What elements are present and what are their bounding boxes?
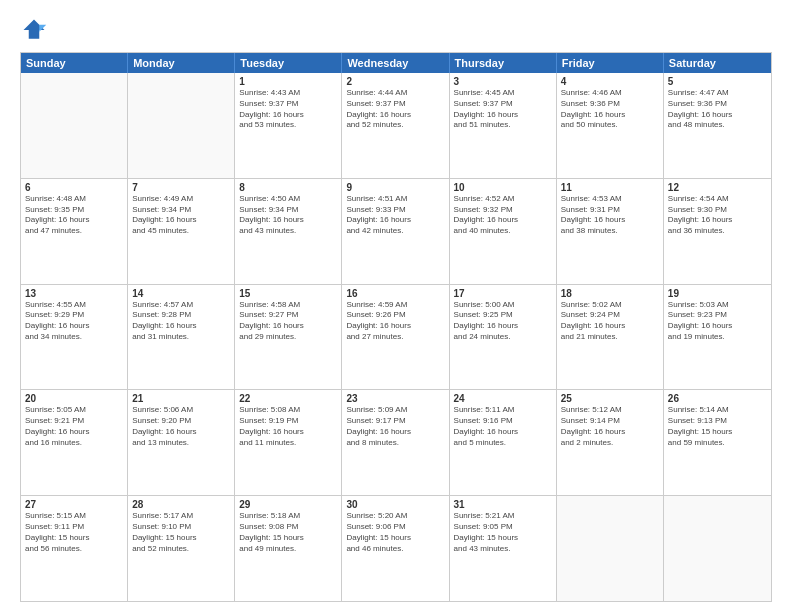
day-info: Sunrise: 5:02 AM Sunset: 9:24 PM Dayligh… — [561, 300, 659, 343]
day-number: 1 — [239, 76, 337, 87]
day-info: Sunrise: 4:58 AM Sunset: 9:27 PM Dayligh… — [239, 300, 337, 343]
day-cell-2: 2Sunrise: 4:44 AM Sunset: 9:37 PM Daylig… — [342, 73, 449, 178]
day-cell-12: 12Sunrise: 4:54 AM Sunset: 9:30 PM Dayli… — [664, 179, 771, 284]
day-number: 6 — [25, 182, 123, 193]
header-day-tuesday: Tuesday — [235, 53, 342, 73]
day-number: 3 — [454, 76, 552, 87]
day-cell-16: 16Sunrise: 4:59 AM Sunset: 9:26 PM Dayli… — [342, 285, 449, 390]
page: SundayMondayTuesdayWednesdayThursdayFrid… — [0, 0, 792, 612]
day-info: Sunrise: 5:09 AM Sunset: 9:17 PM Dayligh… — [346, 405, 444, 448]
day-cell-5: 5Sunrise: 4:47 AM Sunset: 9:36 PM Daylig… — [664, 73, 771, 178]
day-cell-27: 27Sunrise: 5:15 AM Sunset: 9:11 PM Dayli… — [21, 496, 128, 601]
empty-cell — [557, 496, 664, 601]
header-day-saturday: Saturday — [664, 53, 771, 73]
day-info: Sunrise: 5:14 AM Sunset: 9:13 PM Dayligh… — [668, 405, 767, 448]
day-cell-14: 14Sunrise: 4:57 AM Sunset: 9:28 PM Dayli… — [128, 285, 235, 390]
day-cell-18: 18Sunrise: 5:02 AM Sunset: 9:24 PM Dayli… — [557, 285, 664, 390]
empty-cell — [128, 73, 235, 178]
day-cell-20: 20Sunrise: 5:05 AM Sunset: 9:21 PM Dayli… — [21, 390, 128, 495]
day-info: Sunrise: 5:12 AM Sunset: 9:14 PM Dayligh… — [561, 405, 659, 448]
day-number: 13 — [25, 288, 123, 299]
day-info: Sunrise: 5:15 AM Sunset: 9:11 PM Dayligh… — [25, 511, 123, 554]
day-info: Sunrise: 5:00 AM Sunset: 9:25 PM Dayligh… — [454, 300, 552, 343]
week-row-5: 27Sunrise: 5:15 AM Sunset: 9:11 PM Dayli… — [21, 496, 771, 601]
header-day-sunday: Sunday — [21, 53, 128, 73]
day-info: Sunrise: 4:55 AM Sunset: 9:29 PM Dayligh… — [25, 300, 123, 343]
svg-marker-1 — [39, 25, 46, 32]
day-info: Sunrise: 5:05 AM Sunset: 9:21 PM Dayligh… — [25, 405, 123, 448]
empty-cell — [21, 73, 128, 178]
day-info: Sunrise: 4:50 AM Sunset: 9:34 PM Dayligh… — [239, 194, 337, 237]
logo — [20, 16, 50, 44]
day-number: 16 — [346, 288, 444, 299]
day-number: 8 — [239, 182, 337, 193]
day-info: Sunrise: 5:06 AM Sunset: 9:20 PM Dayligh… — [132, 405, 230, 448]
day-number: 15 — [239, 288, 337, 299]
day-number: 23 — [346, 393, 444, 404]
header-day-monday: Monday — [128, 53, 235, 73]
calendar: SundayMondayTuesdayWednesdayThursdayFrid… — [20, 52, 772, 602]
day-cell-19: 19Sunrise: 5:03 AM Sunset: 9:23 PM Dayli… — [664, 285, 771, 390]
day-number: 5 — [668, 76, 767, 87]
day-info: Sunrise: 5:21 AM Sunset: 9:05 PM Dayligh… — [454, 511, 552, 554]
day-number: 21 — [132, 393, 230, 404]
day-number: 12 — [668, 182, 767, 193]
day-info: Sunrise: 4:47 AM Sunset: 9:36 PM Dayligh… — [668, 88, 767, 131]
day-cell-4: 4Sunrise: 4:46 AM Sunset: 9:36 PM Daylig… — [557, 73, 664, 178]
empty-cell — [664, 496, 771, 601]
day-cell-29: 29Sunrise: 5:18 AM Sunset: 9:08 PM Dayli… — [235, 496, 342, 601]
day-info: Sunrise: 5:20 AM Sunset: 9:06 PM Dayligh… — [346, 511, 444, 554]
day-info: Sunrise: 5:08 AM Sunset: 9:19 PM Dayligh… — [239, 405, 337, 448]
header-day-wednesday: Wednesday — [342, 53, 449, 73]
day-info: Sunrise: 4:52 AM Sunset: 9:32 PM Dayligh… — [454, 194, 552, 237]
day-info: Sunrise: 4:44 AM Sunset: 9:37 PM Dayligh… — [346, 88, 444, 131]
day-info: Sunrise: 4:48 AM Sunset: 9:35 PM Dayligh… — [25, 194, 123, 237]
day-cell-8: 8Sunrise: 4:50 AM Sunset: 9:34 PM Daylig… — [235, 179, 342, 284]
header — [20, 16, 772, 44]
day-info: Sunrise: 4:43 AM Sunset: 9:37 PM Dayligh… — [239, 88, 337, 131]
day-number: 2 — [346, 76, 444, 87]
day-cell-15: 15Sunrise: 4:58 AM Sunset: 9:27 PM Dayli… — [235, 285, 342, 390]
day-info: Sunrise: 4:53 AM Sunset: 9:31 PM Dayligh… — [561, 194, 659, 237]
header-day-friday: Friday — [557, 53, 664, 73]
day-cell-7: 7Sunrise: 4:49 AM Sunset: 9:34 PM Daylig… — [128, 179, 235, 284]
day-info: Sunrise: 4:51 AM Sunset: 9:33 PM Dayligh… — [346, 194, 444, 237]
day-info: Sunrise: 4:49 AM Sunset: 9:34 PM Dayligh… — [132, 194, 230, 237]
day-number: 17 — [454, 288, 552, 299]
day-cell-10: 10Sunrise: 4:52 AM Sunset: 9:32 PM Dayli… — [450, 179, 557, 284]
day-number: 4 — [561, 76, 659, 87]
day-cell-21: 21Sunrise: 5:06 AM Sunset: 9:20 PM Dayli… — [128, 390, 235, 495]
day-number: 18 — [561, 288, 659, 299]
day-number: 25 — [561, 393, 659, 404]
day-info: Sunrise: 4:54 AM Sunset: 9:30 PM Dayligh… — [668, 194, 767, 237]
calendar-body: 1Sunrise: 4:43 AM Sunset: 9:37 PM Daylig… — [21, 73, 771, 601]
week-row-1: 1Sunrise: 4:43 AM Sunset: 9:37 PM Daylig… — [21, 73, 771, 179]
day-cell-30: 30Sunrise: 5:20 AM Sunset: 9:06 PM Dayli… — [342, 496, 449, 601]
day-cell-25: 25Sunrise: 5:12 AM Sunset: 9:14 PM Dayli… — [557, 390, 664, 495]
day-number: 22 — [239, 393, 337, 404]
day-cell-28: 28Sunrise: 5:17 AM Sunset: 9:10 PM Dayli… — [128, 496, 235, 601]
day-cell-26: 26Sunrise: 5:14 AM Sunset: 9:13 PM Dayli… — [664, 390, 771, 495]
day-number: 27 — [25, 499, 123, 510]
day-number: 24 — [454, 393, 552, 404]
day-number: 10 — [454, 182, 552, 193]
day-number: 28 — [132, 499, 230, 510]
day-number: 14 — [132, 288, 230, 299]
day-number: 29 — [239, 499, 337, 510]
week-row-2: 6Sunrise: 4:48 AM Sunset: 9:35 PM Daylig… — [21, 179, 771, 285]
day-info: Sunrise: 5:18 AM Sunset: 9:08 PM Dayligh… — [239, 511, 337, 554]
day-number: 19 — [668, 288, 767, 299]
calendar-header: SundayMondayTuesdayWednesdayThursdayFrid… — [21, 53, 771, 73]
day-number: 7 — [132, 182, 230, 193]
day-info: Sunrise: 5:11 AM Sunset: 9:16 PM Dayligh… — [454, 405, 552, 448]
day-number: 11 — [561, 182, 659, 193]
day-cell-9: 9Sunrise: 4:51 AM Sunset: 9:33 PM Daylig… — [342, 179, 449, 284]
day-number: 31 — [454, 499, 552, 510]
day-number: 26 — [668, 393, 767, 404]
day-info: Sunrise: 4:45 AM Sunset: 9:37 PM Dayligh… — [454, 88, 552, 131]
logo-icon — [20, 16, 48, 44]
header-day-thursday: Thursday — [450, 53, 557, 73]
day-cell-17: 17Sunrise: 5:00 AM Sunset: 9:25 PM Dayli… — [450, 285, 557, 390]
day-cell-24: 24Sunrise: 5:11 AM Sunset: 9:16 PM Dayli… — [450, 390, 557, 495]
day-cell-13: 13Sunrise: 4:55 AM Sunset: 9:29 PM Dayli… — [21, 285, 128, 390]
